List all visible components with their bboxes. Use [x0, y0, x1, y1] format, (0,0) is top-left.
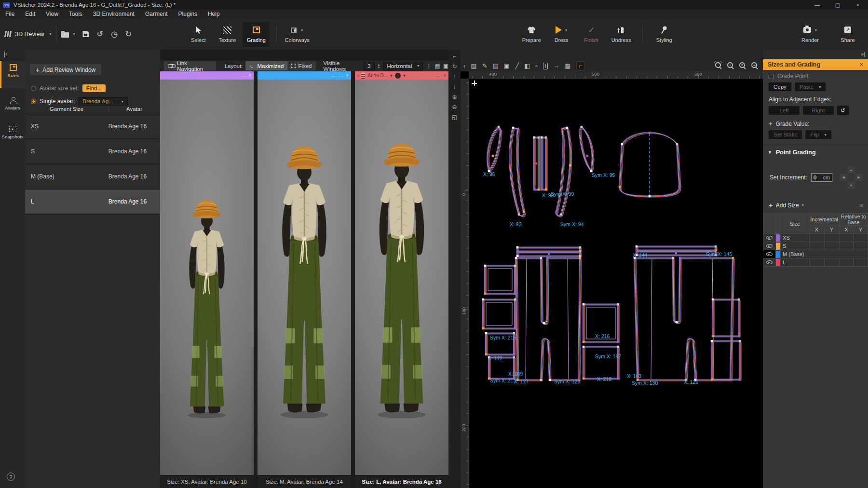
grade-point[interactable]	[586, 155, 588, 157]
arrow-right-button[interactable]: ▶	[855, 174, 862, 181]
avatar-3d-m[interactable]	[262, 130, 347, 418]
collapse-toolbar-icon[interactable]: ‹	[463, 62, 465, 69]
grade-point[interactable]	[538, 136, 540, 138]
pattern-piece[interactable]	[484, 265, 516, 295]
grade-point[interactable]	[732, 257, 734, 259]
sidebar-item-snapshots[interactable]: ▴ Snapshots	[0, 123, 25, 148]
grade-point[interactable]	[540, 257, 542, 259]
zoom-fit-icon[interactable]	[715, 62, 721, 68]
grade-point[interactable]	[694, 379, 696, 381]
undress-button[interactable]: Undress	[608, 22, 635, 47]
pattern-piece[interactable]	[556, 127, 572, 217]
pattern-piece[interactable]	[712, 298, 740, 337]
grade-point[interactable]	[672, 257, 674, 259]
grade-point[interactable]	[512, 127, 514, 129]
close-window-icon[interactable]: ×	[346, 73, 349, 78]
reset-align-button[interactable]: ↺	[837, 106, 849, 115]
grade-point[interactable]	[556, 211, 557, 213]
grade-point[interactable]	[492, 155, 494, 157]
visibility-eye-icon[interactable]	[766, 260, 773, 264]
collapse-right-panel-icon[interactable]: »|	[861, 51, 865, 57]
avatar-selector-dropdown[interactable]: Anna D...	[367, 73, 388, 78]
pattern-pieces[interactable]	[469, 79, 763, 488]
menu-tools[interactable]: Tools	[64, 11, 88, 17]
table-row[interactable]: SBrenda Age 16	[25, 139, 160, 164]
grade-point[interactable]	[581, 126, 583, 128]
avatar-viewport[interactable]	[258, 80, 351, 475]
arrow-down-button[interactable]: ▼	[848, 182, 854, 189]
grade-point[interactable]	[514, 298, 516, 300]
grade-point[interactable]	[636, 254, 637, 256]
review-window-header[interactable]: ← → ×	[258, 71, 351, 80]
menu-plugins[interactable]: Plugins	[173, 11, 203, 17]
pattern-piece[interactable]	[515, 257, 582, 381]
set-static-button[interactable]: Set Static	[769, 130, 802, 139]
pattern-piece[interactable]	[583, 303, 620, 343]
grade-point[interactable]	[514, 265, 516, 267]
grade-point[interactable]	[509, 164, 511, 166]
chevron-down-icon[interactable]: ▾	[403, 73, 406, 78]
grade-point[interactable]	[636, 245, 637, 247]
zoom-selection-icon[interactable]: ▫	[727, 62, 733, 68]
nav-back-icon[interactable]: ‹	[357, 73, 359, 78]
grade-point[interactable]	[516, 246, 518, 248]
grade-point[interactable]	[540, 379, 542, 381]
arrow-left-button[interactable]: ◀	[840, 174, 847, 181]
chevron-down-icon[interactable]: ▾	[390, 73, 393, 78]
grade-point[interactable]	[739, 379, 741, 380]
grade-point[interactable]	[500, 130, 502, 132]
styling-button[interactable]: Styling	[651, 22, 678, 47]
grade-point[interactable]	[485, 353, 487, 355]
grade-point[interactable]	[517, 128, 519, 130]
selection-box-icon[interactable]: ▫	[535, 62, 538, 69]
grade-point[interactable]	[514, 293, 516, 295]
close-window-icon[interactable]: ×	[248, 73, 251, 78]
ruler-tool-icon-active[interactable]: ⌐	[576, 61, 585, 70]
visibility-eye-icon[interactable]	[766, 244, 773, 248]
pattern-piece[interactable]	[509, 127, 526, 217]
avatar-thumbnail[interactable]	[395, 73, 401, 79]
zoom-out-icon[interactable]: ⊖	[452, 104, 457, 110]
grade-point[interactable]	[711, 379, 713, 380]
avatar-size-set-option[interactable]: Avatar size set: Find...	[31, 84, 106, 92]
grade-point[interactable]	[715, 245, 717, 247]
grade-point[interactable]	[679, 257, 681, 259]
grade-point[interactable]	[541, 136, 542, 138]
grade-point[interactable]	[579, 255, 581, 257]
radio-off-icon[interactable]	[31, 86, 36, 91]
grade-point[interactable]	[513, 378, 515, 380]
copy-button[interactable]: Copy	[769, 82, 791, 91]
pattern-piece[interactable]	[586, 307, 615, 339]
arrow-down-icon[interactable]: ↓	[453, 84, 456, 90]
pattern-piece[interactable]	[486, 302, 512, 325]
grade-point[interactable]	[712, 298, 714, 300]
grade-point[interactable]	[712, 335, 714, 337]
avatar-viewport[interactable]	[355, 80, 448, 475]
grade-point[interactable]	[583, 378, 584, 380]
table-row[interactable]: XSBrenda Age 16	[25, 114, 160, 139]
grade-point[interactable]	[545, 189, 547, 190]
grade-point[interactable]	[578, 379, 580, 381]
close-panel-icon[interactable]: ×	[860, 61, 863, 68]
size-row-m-base[interactable]: M (Base)	[763, 250, 868, 258]
grade-point[interactable]	[738, 335, 740, 337]
grade-point[interactable]	[621, 143, 623, 145]
grade-point[interactable]	[617, 303, 619, 305]
flip-button[interactable]: Flip▾	[805, 130, 831, 139]
grade-point[interactable]	[513, 332, 515, 334]
minimize-button[interactable]: —	[807, 0, 827, 10]
visibility-eye-icon[interactable]	[766, 252, 773, 256]
grade-point[interactable]	[533, 189, 535, 190]
pattern-piece[interactable]	[579, 126, 594, 172]
sidebar-item-avatars[interactable]: Avatars	[0, 94, 25, 119]
nav-next-icon[interactable]: →	[241, 73, 246, 78]
rotate-icon[interactable]: ↻	[452, 64, 457, 69]
menu-edit[interactable]: Edit	[20, 11, 41, 17]
grade-point[interactable]	[583, 346, 584, 348]
grade-point[interactable]	[482, 298, 484, 300]
pattern-piece[interactable]	[533, 136, 540, 190]
grade-point[interactable]	[560, 214, 562, 216]
undo-button[interactable]: ↺	[96, 29, 103, 39]
review-window-xs[interactable]: → ×	[160, 71, 254, 475]
render-button[interactable]: ▾ Render	[797, 22, 824, 47]
